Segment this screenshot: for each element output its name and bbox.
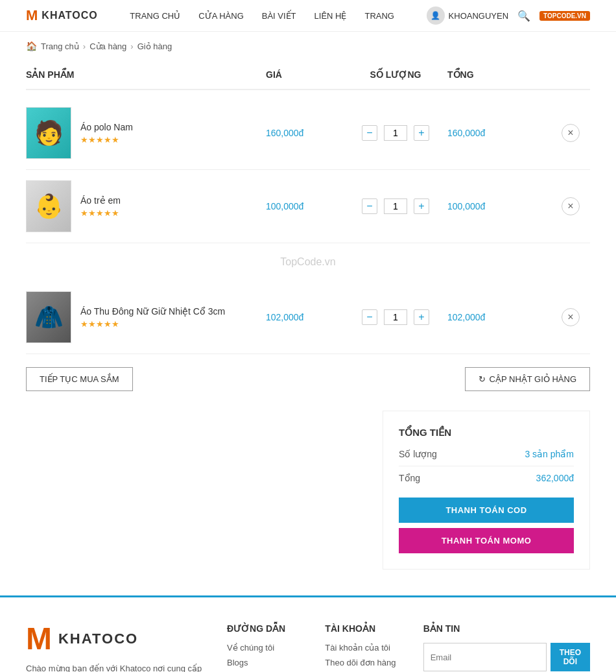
footer-logo-icon: M xyxy=(26,623,52,654)
total-cell-2: 100,000đ xyxy=(447,201,551,211)
table-row: 🧑 Áo polo Nam ★★★★★ 160,000đ − + 160,000… xyxy=(26,97,590,170)
col-price-header: GIÁ xyxy=(266,69,344,80)
footer-newsletter-title: BẢN TIN xyxy=(423,623,590,634)
product-stars-1: ★★★★★ xyxy=(80,135,133,145)
product-name-1: Áo polo Nam xyxy=(80,122,133,132)
totals-total-label: Tổng xyxy=(399,473,420,483)
avatar: 👤 xyxy=(427,6,445,25)
logo-text: KHATOCO xyxy=(41,10,97,21)
qty-cell-3: − + xyxy=(344,309,447,325)
price-cell-2: 100,000đ xyxy=(266,201,344,211)
topcode-badge: TOPCODE.VN xyxy=(539,11,590,21)
product-image-2: 👶 xyxy=(26,180,71,232)
product-cell-3: 🧥 Áo Thu Đông Nữ Giữ Nhiệt Cổ 3cm ★★★★★ xyxy=(26,291,266,343)
product-name-3: Áo Thu Đông Nữ Giữ Nhiệt Cổ 3cm xyxy=(80,306,225,317)
product-silhouette-3: 🧥 xyxy=(34,304,64,331)
totals-box: TỔNG TIỀN Số lượng 3 sản phẩm Tổng 362,0… xyxy=(383,411,590,570)
product-info-1: Áo polo Nam ★★★★★ xyxy=(80,122,133,145)
totals-section: TỔNG TIỀN Số lượng 3 sản phẩm Tổng 362,0… xyxy=(26,411,590,570)
nav-blog[interactable]: BÀI VIẾT xyxy=(262,11,296,21)
footer-nav-title: ĐƯỜNG DẪN xyxy=(227,623,305,634)
product-image-3: 🧥 xyxy=(26,291,71,343)
header-right: 👤 KHOANGUYEN 🔍 TOPCODE.VN xyxy=(427,6,590,25)
price-cell-3: 102,000đ xyxy=(266,312,344,322)
col-product-header: SẢN PHẨM xyxy=(26,69,266,80)
total-cell-1: 160,000đ xyxy=(447,128,551,138)
refresh-icon: ↻ xyxy=(479,374,486,384)
product-name-2: Áo trẻ em xyxy=(80,195,121,206)
col-qty-header: SỐ LƯỢNG xyxy=(344,69,447,80)
qty-increase-2[interactable]: + xyxy=(414,198,429,214)
breadcrumb-shop[interactable]: Cửa hàng xyxy=(89,42,126,51)
qty-input-1[interactable] xyxy=(384,125,407,141)
newsletter-button[interactable]: THEO DÕI xyxy=(551,643,590,671)
product-image-1: 🧑 xyxy=(26,107,71,159)
qty-decrease-3[interactable]: − xyxy=(362,309,377,325)
footer-link-about[interactable]: Về chúng tôi xyxy=(227,643,305,653)
qty-cell-2: − + xyxy=(344,198,447,214)
col-action-header xyxy=(551,69,590,80)
breadcrumb-sep2: › xyxy=(130,42,133,51)
logo[interactable]: M KHATOCO xyxy=(26,7,98,24)
footer-nav-col: ĐƯỜNG DẪN Về chúng tôi Blogs Liên hệ FAQ xyxy=(227,623,305,672)
remove-button-3[interactable]: × xyxy=(562,308,580,326)
product-stars-3: ★★★★★ xyxy=(80,319,225,329)
footer-account-title: TÀI KHOẢN xyxy=(325,623,403,634)
footer-link-my-account[interactable]: Tài khoản của tôi xyxy=(325,643,403,653)
product-cell-2: 👶 Áo trẻ em ★★★★★ xyxy=(26,180,266,232)
footer-account-col: TÀI KHOẢN Tài khoản của tôi Theo dõi đơn… xyxy=(325,623,403,672)
qty-increase-1[interactable]: + xyxy=(414,125,429,141)
qty-input-2[interactable] xyxy=(384,198,407,214)
totals-qty-value: 3 sản phẩm xyxy=(525,449,574,459)
newsletter-input[interactable] xyxy=(423,643,547,671)
qty-cell-1: − + xyxy=(344,125,447,141)
cart-actions: TIẾP TỤC MUA SẮM ↻ CẬP NHẬT GIỎ HÀNG xyxy=(26,354,590,404)
qty-decrease-2[interactable]: − xyxy=(362,198,377,214)
username: KHOANGUYEN xyxy=(449,11,508,21)
footer-logo-text: KHATOCO xyxy=(58,630,138,647)
totals-total-value: 362,000đ xyxy=(536,473,574,483)
table-row: 👶 Áo trẻ em ★★★★★ 100,000đ − + 100,000đ … xyxy=(26,170,590,243)
footer-logo: M KHATOCO xyxy=(26,623,207,654)
logo-icon: M xyxy=(26,7,38,24)
footer: M KHATOCO Chào mừng bạn đến với Khatoco … xyxy=(0,595,616,672)
totals-qty-row: Số lượng 3 sản phẩm xyxy=(399,449,574,459)
product-silhouette-2: 👶 xyxy=(34,193,64,220)
nav-shop[interactable]: CỬA HÀNG xyxy=(198,11,244,21)
table-row: 🧥 Áo Thu Đông Nữ Giữ Nhiệt Cổ 3cm ★★★★★ … xyxy=(26,281,590,354)
nav-page[interactable]: TRANG xyxy=(364,11,394,21)
breadcrumb-current: Giỏ hàng xyxy=(137,42,172,51)
product-info-3: Áo Thu Đông Nữ Giữ Nhiệt Cổ 3cm ★★★★★ xyxy=(80,306,225,329)
footer-newsletter-col: BẢN TIN THEO DÕI MC VISA DIS PP CRU xyxy=(423,623,590,672)
qty-decrease-1[interactable]: − xyxy=(362,125,377,141)
nav-home[interactable]: TRANG CHỦ xyxy=(130,11,180,21)
product-silhouette-1: 🧑 xyxy=(34,119,64,147)
remove-button-2[interactable]: × xyxy=(562,197,580,215)
qty-increase-3[interactable]: + xyxy=(414,309,429,325)
totals-title: TỔNG TIỀN xyxy=(399,427,574,438)
checkout-momo-button[interactable]: THANH TOÁN MOMO xyxy=(399,528,574,553)
price-cell-1: 160,000đ xyxy=(266,128,344,138)
user-menu[interactable]: 👤 KHOANGUYEN xyxy=(427,6,508,25)
nav-contact[interactable]: LIÊN HỆ xyxy=(314,11,347,21)
footer-link-track-order[interactable]: Theo dõi đơn hàng xyxy=(325,658,403,667)
checkout-cod-button[interactable]: THANH TOÁN COD xyxy=(399,498,574,523)
search-button[interactable]: 🔍 xyxy=(515,6,533,25)
remove-button-1[interactable]: × xyxy=(562,124,580,142)
footer-link-blogs[interactable]: Blogs xyxy=(227,658,305,667)
col-total-header: TỔNG xyxy=(447,69,551,80)
product-info-2: Áo trẻ em ★★★★★ xyxy=(80,195,121,218)
product-stars-2: ★★★★★ xyxy=(80,208,121,218)
totals-divider xyxy=(399,466,574,466)
watermark: TopCode.vn xyxy=(26,243,590,281)
breadcrumb-home[interactable]: Trang chủ xyxy=(41,42,79,51)
breadcrumb: 🏠 Trang chủ › Cửa hàng › Giỏ hàng xyxy=(0,32,616,60)
header: M KHATOCO TRANG CHỦ CỬA HÀNG BÀI VIẾT LI… xyxy=(0,0,616,32)
totals-qty-label: Số lượng xyxy=(399,449,437,459)
qty-input-3[interactable] xyxy=(384,309,407,325)
product-cell-1: 🧑 Áo polo Nam ★★★★★ xyxy=(26,107,266,159)
totals-total-row: Tổng 362,000đ xyxy=(399,473,574,483)
continue-shopping-button[interactable]: TIẾP TỤC MUA SẮM xyxy=(26,367,133,391)
update-cart-button[interactable]: ↻ CẬP NHẬT GIỎ HÀNG xyxy=(465,367,590,391)
footer-description: Chào mừng bạn đến với Khatoco nơi cung c… xyxy=(26,662,207,672)
